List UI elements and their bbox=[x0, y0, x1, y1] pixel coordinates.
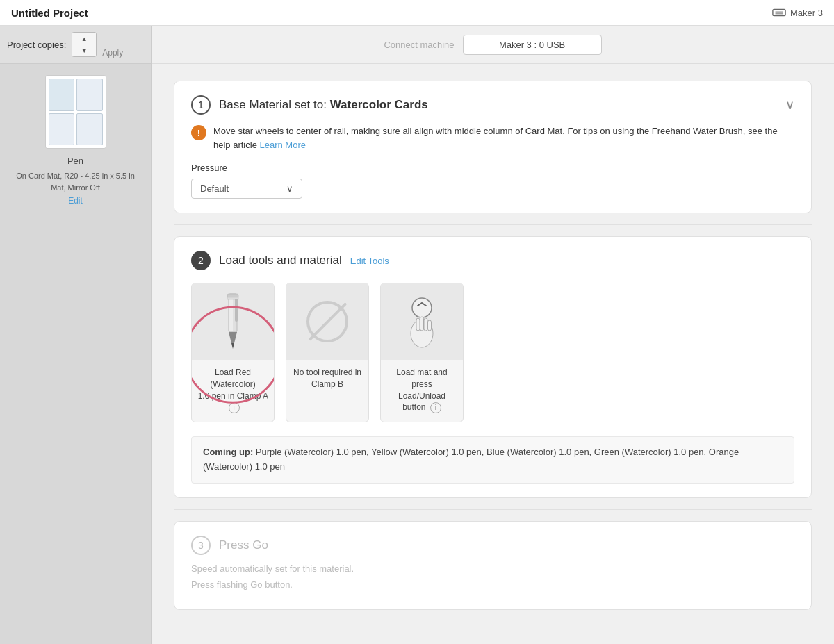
main-content: Connect machine Maker 3 : 0 USB 1 Base M… bbox=[152, 26, 834, 644]
mat-svg bbox=[394, 290, 450, 353]
sidebar-content: Pen On Card Mat, R20 - 4.25 in x 5.5 inM… bbox=[0, 64, 151, 644]
pen-svg bbox=[219, 290, 247, 353]
tool-card-image-3 bbox=[381, 283, 463, 360]
pressure-select[interactable]: Default ∨ bbox=[191, 179, 302, 199]
tool-card-label-3: Load mat and press Load/Unload button i bbox=[381, 367, 463, 413]
machine-indicator: Maker 3 bbox=[772, 8, 823, 18]
sidebar: Project copies: ▲ ▼ Apply Pen bbox=[0, 26, 152, 644]
svg-rect-15 bbox=[428, 320, 432, 331]
tool1-info-icon[interactable]: i bbox=[229, 402, 240, 413]
step1-header-left: 1 Base Material set to: Watercolor Cards bbox=[191, 95, 428, 115]
step2-circle: 2 bbox=[191, 251, 211, 270]
step1-header: 1 Base Material set to: Watercolor Cards… bbox=[191, 95, 794, 115]
svg-marker-6 bbox=[229, 332, 237, 343]
edit-link[interactable]: Edit bbox=[68, 196, 83, 206]
alert-dot: ! bbox=[191, 125, 206, 140]
tool-card-image-2 bbox=[286, 283, 368, 360]
svg-rect-5 bbox=[235, 297, 238, 322]
learn-more-link[interactable]: Learn More bbox=[260, 140, 306, 150]
svg-rect-9 bbox=[227, 297, 238, 299]
tool-card-clamp-b: No tool required in Clamp B bbox=[286, 283, 369, 422]
no-tool-line bbox=[308, 302, 347, 341]
connect-machine-button[interactable]: Maker 3 : 0 USB bbox=[463, 35, 602, 55]
step3-section: 3 Press Go Speed automatically set for t… bbox=[174, 521, 812, 610]
tool-card-label-1: Load Red (Watercolor) 1.0 pen in Clamp A… bbox=[192, 367, 274, 413]
thumb-cell-2 bbox=[76, 79, 103, 111]
step1-section: 1 Base Material set to: Watercolor Cards… bbox=[174, 81, 812, 213]
step1-circle: 1 bbox=[191, 95, 211, 115]
no-tool-circle bbox=[306, 301, 348, 342]
layout: Project copies: ▲ ▼ Apply Pen bbox=[0, 26, 834, 644]
machine-label: Maker 3 bbox=[790, 8, 823, 18]
step2-section: 2 Load tools and material Edit Tools bbox=[174, 236, 812, 498]
step2-title: Load tools and material bbox=[219, 254, 342, 267]
top-bar: Untitled Project Maker 3 bbox=[0, 0, 834, 26]
edit-tools-link[interactable]: Edit Tools bbox=[350, 256, 389, 266]
svg-rect-14 bbox=[424, 318, 427, 331]
svg-rect-12 bbox=[416, 318, 420, 331]
connect-label: Connect machine bbox=[384, 40, 454, 50]
connect-bar: Connect machine Maker 3 : 0 USB bbox=[152, 26, 834, 64]
pressure-chevron-icon: ∨ bbox=[286, 183, 293, 194]
coming-up-box: Coming up: Purple (Watercolor) 1.0 pen, … bbox=[191, 436, 794, 484]
machine-icon bbox=[772, 8, 786, 17]
spinner-up-button[interactable]: ▲ bbox=[72, 33, 96, 44]
tool-card-image-1 bbox=[192, 283, 274, 360]
tool-card-label-2: No tool required in Clamp B bbox=[288, 367, 367, 390]
app-title: Untitled Project bbox=[11, 7, 88, 19]
svg-rect-13 bbox=[420, 317, 424, 331]
step2-header: 2 Load tools and material Edit Tools bbox=[191, 251, 794, 270]
thumb-cell-4 bbox=[76, 113, 103, 146]
speed-text: Speed automatically set for this materia… bbox=[191, 563, 794, 574]
apply-button[interactable]: Apply bbox=[102, 48, 123, 58]
copies-bar: Project copies: ▲ ▼ Apply bbox=[0, 26, 151, 64]
svg-marker-7 bbox=[231, 343, 234, 349]
tool-card-mat: Load mat and press Load/Unload button i bbox=[380, 283, 464, 422]
divider2 bbox=[174, 509, 812, 510]
step3-header: 3 Press Go bbox=[191, 536, 794, 555]
thumb-cell-1 bbox=[49, 79, 75, 111]
svg-rect-0 bbox=[773, 9, 785, 15]
step1-alert: ! Move star wheels to center of rail, ma… bbox=[191, 124, 794, 151]
tool3-info-icon[interactable]: i bbox=[430, 402, 441, 413]
tool-card-clamp-a: Load Red (Watercolor) 1.0 pen in Clamp A… bbox=[191, 283, 275, 422]
step3-circle: 3 bbox=[191, 536, 211, 555]
alert-text: Move star wheels to center of rail, maki… bbox=[213, 124, 794, 151]
divider bbox=[174, 224, 812, 225]
thumb-cell-3 bbox=[49, 113, 75, 146]
item-label: Pen bbox=[67, 156, 83, 166]
spinner-down-button[interactable]: ▼ bbox=[72, 44, 96, 56]
project-thumbnail bbox=[45, 75, 106, 149]
copies-spinner: ▲ ▼ bbox=[72, 32, 97, 57]
item-info: On Card Mat, R20 - 4.25 in x 5.5 inMat, … bbox=[16, 170, 135, 193]
svg-rect-4 bbox=[229, 295, 233, 331]
step3-title: Press Go bbox=[219, 538, 268, 552]
step1-chevron[interactable]: ∨ bbox=[785, 97, 794, 113]
pressure-label: Pressure bbox=[191, 163, 794, 173]
steps-container: 1 Base Material set to: Watercolor Cards… bbox=[152, 64, 834, 627]
go-text: Press flashing Go button. bbox=[191, 579, 794, 590]
copies-label: Project copies: bbox=[7, 40, 66, 50]
step1-title: Base Material set to: Watercolor Cards bbox=[219, 98, 428, 112]
tool-cards: Load Red (Watercolor) 1.0 pen in Clamp A… bbox=[191, 283, 794, 422]
svg-point-10 bbox=[412, 298, 432, 317]
